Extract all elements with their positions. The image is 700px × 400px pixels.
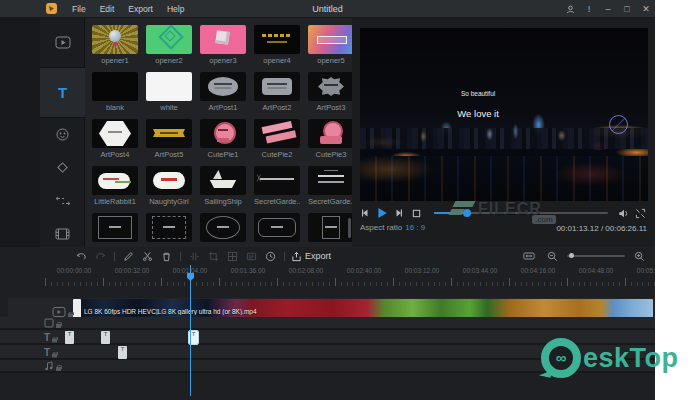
template-card-ArtPost2[interactable]: ArtPost2 (254, 72, 300, 112)
fit-timeline-icon[interactable] (522, 250, 535, 263)
template-card-opener1[interactable]: opener1 (92, 25, 138, 65)
close-button[interactable]: ✕ (641, 0, 651, 18)
minimize-button[interactable]: – (603, 0, 613, 18)
template-thumbnail[interactable] (254, 166, 300, 195)
trim-icon[interactable] (188, 250, 201, 263)
template-card-ornate2[interactable] (146, 213, 192, 247)
template-thumbnail[interactable] (308, 213, 352, 242)
template-thumbnail[interactable] (92, 166, 138, 195)
text-track-1-header[interactable]: T (44, 331, 57, 342)
audio-track-header[interactable] (44, 361, 61, 371)
undo-icon[interactable] (75, 250, 88, 263)
mosaic-icon[interactable] (226, 250, 239, 263)
crop-icon[interactable] (207, 250, 220, 263)
menu-item-file[interactable]: File (65, 0, 93, 18)
template-thumbnail[interactable] (92, 119, 138, 148)
sidebar-tab-filter[interactable] (40, 217, 85, 250)
account-icon[interactable] (565, 5, 575, 14)
video-track-header[interactable] (52, 306, 73, 317)
template-card-white[interactable]: white (146, 72, 192, 112)
template-card-ArtPost5[interactable]: ArtPost5 (146, 119, 192, 159)
lock-icon[interactable] (56, 365, 61, 371)
template-card-SecretGarde...[interactable]: SecretGarde... (254, 166, 300, 206)
template-thumbnail[interactable] (146, 166, 192, 195)
lock-icon[interactable] (56, 322, 61, 328)
redo-icon[interactable] (94, 250, 107, 263)
sidebar-tab-element[interactable] (40, 184, 85, 217)
fullscreen-icon[interactable] (633, 208, 647, 219)
template-thumbnail[interactable] (308, 25, 352, 54)
menu-item-edit[interactable]: Edit (93, 0, 122, 18)
lock-icon[interactable] (52, 336, 57, 342)
zoom-slider[interactable] (567, 255, 625, 257)
template-thumbnail[interactable] (308, 119, 352, 148)
template-thumbnail[interactable] (200, 119, 246, 148)
template-thumbnail[interactable] (254, 25, 300, 54)
template-thumbnail[interactable] (254, 119, 300, 148)
template-card-LittleRabbit1[interactable]: LittleRabbit1 (92, 166, 138, 206)
template-thumbnail[interactable] (200, 213, 246, 242)
zoom-slider-handle[interactable] (569, 253, 574, 258)
stop-button[interactable] (409, 209, 423, 218)
step-back-button[interactable] (358, 208, 372, 218)
subtitle-icon[interactable] (245, 250, 258, 263)
template-card-CutePie1[interactable]: CutePie1 (200, 119, 246, 159)
template-thumbnail[interactable] (254, 72, 300, 101)
sidebar-tab-transition[interactable] (40, 151, 85, 184)
video-preview[interactable]: So beautiful We love it (360, 28, 648, 201)
template-thumbnail[interactable] (92, 72, 138, 101)
template-card-NaughtyGirl[interactable]: NaughtyGirl (146, 166, 192, 206)
text-clip[interactable]: T (118, 346, 127, 359)
zoom-out-icon[interactable] (546, 250, 559, 263)
template-card-opener5[interactable]: opener5 (308, 25, 352, 65)
edit-pencil-icon[interactable] (122, 250, 135, 263)
maximize-button[interactable]: □ (622, 0, 632, 18)
zoom-in-icon[interactable] (633, 250, 646, 263)
template-thumbnail[interactable] (146, 119, 192, 148)
sidebar-tab-media[interactable] (40, 18, 85, 68)
volume-icon[interactable] (616, 208, 630, 219)
template-card-ArtPost4[interactable]: ArtPost4 (92, 119, 138, 159)
template-card-SecretGarde...[interactable]: SecretGarde... (308, 166, 352, 206)
template-card-opener2[interactable]: opener2 (146, 25, 192, 65)
template-scrollbar[interactable] (348, 218, 351, 238)
template-card-opener3[interactable]: opener3 (200, 25, 246, 65)
template-thumbnail[interactable] (200, 166, 246, 195)
template-thumbnail[interactable] (200, 72, 246, 101)
template-thumbnail[interactable] (308, 72, 352, 101)
template-card-opener4[interactable]: opener4 (254, 25, 300, 65)
menu-item-export[interactable]: Export (121, 0, 160, 18)
sidebar-tab-text[interactable]: T (40, 68, 85, 118)
template-card-ornate1[interactable] (92, 213, 138, 247)
template-card-ArtPost1[interactable]: ArtPost1 (200, 72, 246, 112)
sidebar-tab-overlay[interactable] (40, 118, 85, 151)
template-card-SailingShip[interactable]: SailingShip (200, 166, 246, 206)
timeline-ruler[interactable]: 00:00:00.0000:00:32.0000:01:04.0000:01:3… (0, 265, 655, 287)
template-thumbnail[interactable] (146, 25, 192, 54)
template-thumbnail[interactable] (200, 25, 246, 54)
template-thumbnail[interactable] (254, 213, 300, 242)
split-scissors-icon[interactable] (141, 250, 154, 263)
aspect-ratio-value[interactable]: 16 : 9 (405, 223, 425, 232)
playhead[interactable] (190, 265, 191, 396)
text-clip[interactable]: T (101, 331, 110, 344)
template-card-ornate3[interactable] (200, 213, 246, 247)
pip-track-header[interactable] (44, 318, 61, 328)
template-thumbnail[interactable] (308, 166, 352, 195)
template-card-CutePie2[interactable]: CutePie2 (254, 119, 300, 159)
play-button[interactable] (375, 207, 389, 219)
template-thumbnail[interactable] (92, 213, 138, 242)
template-card-ornate4[interactable] (254, 213, 300, 247)
menu-item-help[interactable]: Help (160, 0, 191, 18)
template-thumbnail[interactable] (146, 213, 192, 242)
template-thumbnail[interactable] (92, 25, 138, 54)
feedback-icon[interactable]: ! (584, 0, 594, 18)
speed-clock-icon[interactable] (264, 250, 277, 263)
template-thumbnail[interactable] (146, 72, 192, 101)
delete-trash-icon[interactable] (160, 250, 173, 263)
template-card-blank[interactable]: blank (92, 72, 138, 112)
step-forward-button[interactable] (392, 208, 406, 218)
template-card-ornate5[interactable] (308, 213, 352, 247)
text-track-2-header[interactable]: T (44, 346, 57, 357)
template-card-CutePie3[interactable]: CutePie3 (308, 119, 352, 159)
